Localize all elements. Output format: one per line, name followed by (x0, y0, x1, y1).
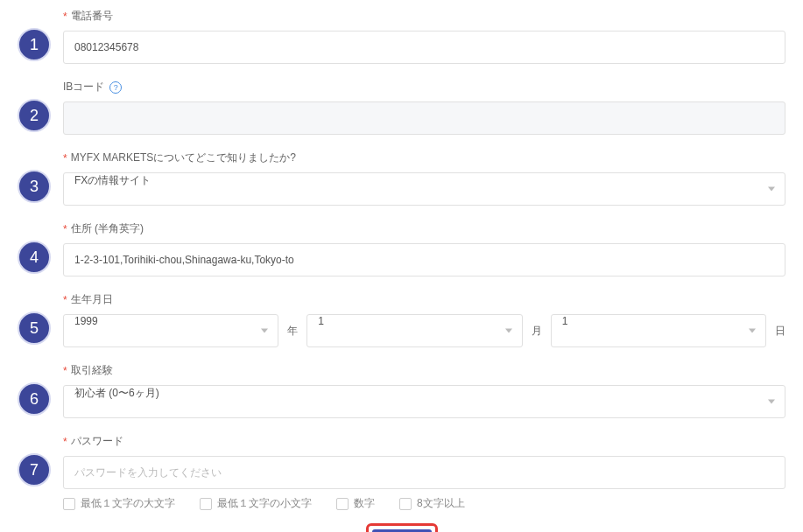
rule-label: 最低１文字の大文字 (81, 496, 175, 511)
required-mark: * (63, 365, 67, 377)
phone-label: * 電話番号 (63, 9, 785, 24)
checkbox-icon (63, 498, 75, 510)
phone-label-text: 電話番号 (71, 9, 113, 24)
checkbox-icon (200, 498, 212, 510)
year-select[interactable]: 1999 (63, 314, 278, 347)
checkbox-icon (336, 498, 349, 510)
day-unit: 日 (775, 324, 785, 339)
ibcode-row: 2 IBコード ? (18, 80, 785, 135)
required-mark: * (63, 294, 67, 306)
step-badge: 2 (18, 99, 51, 132)
password-input[interactable] (63, 456, 785, 489)
address-label: * 住所 (半角英字) (63, 221, 785, 236)
submit-row: 次へ (18, 523, 785, 532)
step-badge: 6 (18, 382, 51, 416)
address-input[interactable] (63, 243, 785, 276)
required-mark: * (63, 223, 67, 235)
phone-row: 1 * 電話番号 (18, 9, 785, 64)
step-badge: 5 (18, 312, 51, 345)
referral-select[interactable]: FXの情報サイト (63, 172, 785, 206)
phone-input[interactable] (63, 31, 785, 64)
day-select[interactable]: 1 (551, 314, 766, 347)
experience-label: * 取引経験 (63, 363, 785, 378)
ibcode-label: IBコード ? (63, 80, 785, 94)
ibcode-label-text: IBコード (63, 80, 104, 94)
referral-label: * MYFX MARKETSについてどこで知りましたか? (63, 150, 785, 165)
checkbox-icon (399, 498, 412, 510)
experience-row: 6 * 取引経験 初心者 (0〜6ヶ月) (18, 363, 785, 418)
address-label-text: 住所 (半角英字) (71, 221, 144, 236)
submit-highlight: 次へ (366, 523, 438, 532)
month-unit: 月 (532, 324, 542, 339)
rule-number: 数字 (336, 496, 375, 511)
password-rules: 最低１文字の大文字 最低１文字の小文字 数字 8文字以上 (63, 496, 785, 511)
referral-label-text: MYFX MARKETSについてどこで知りましたか? (71, 150, 296, 165)
password-row: 7 * パスワード (18, 434, 785, 489)
birthday-label: * 生年月日 (63, 292, 785, 307)
required-mark: * (63, 436, 67, 448)
experience-select[interactable]: 初心者 (0〜6ヶ月) (63, 385, 785, 418)
step-badge: 7 (18, 453, 51, 486)
year-unit: 年 (287, 324, 298, 339)
month-select[interactable]: 1 (306, 314, 522, 347)
step-badge: 3 (18, 170, 51, 203)
required-mark: * (63, 152, 67, 164)
rule-lowercase: 最低１文字の小文字 (200, 496, 312, 511)
rule-length: 8文字以上 (399, 496, 465, 511)
required-mark: * (63, 10, 67, 23)
rule-label: 数字 (354, 496, 375, 511)
password-label-text: パスワード (71, 434, 123, 449)
birthday-label-text: 生年月日 (71, 292, 113, 307)
ibcode-input[interactable] (63, 102, 785, 135)
address-row: 4 * 住所 (半角英字) (18, 221, 785, 276)
rule-label: 最低１文字の小文字 (217, 496, 312, 511)
help-icon[interactable]: ? (109, 81, 122, 94)
rule-label: 8文字以上 (417, 496, 465, 511)
step-badge: 4 (18, 241, 51, 274)
referral-row: 3 * MYFX MARKETSについてどこで知りましたか? FXの情報サイト (18, 150, 785, 206)
experience-label-text: 取引経験 (71, 363, 113, 378)
step-badge: 1 (18, 28, 51, 61)
birthday-row: 5 * 生年月日 1999 年 1 月 1 日 (18, 292, 785, 347)
rule-uppercase: 最低１文字の大文字 (63, 496, 175, 511)
password-label: * パスワード (63, 434, 785, 449)
